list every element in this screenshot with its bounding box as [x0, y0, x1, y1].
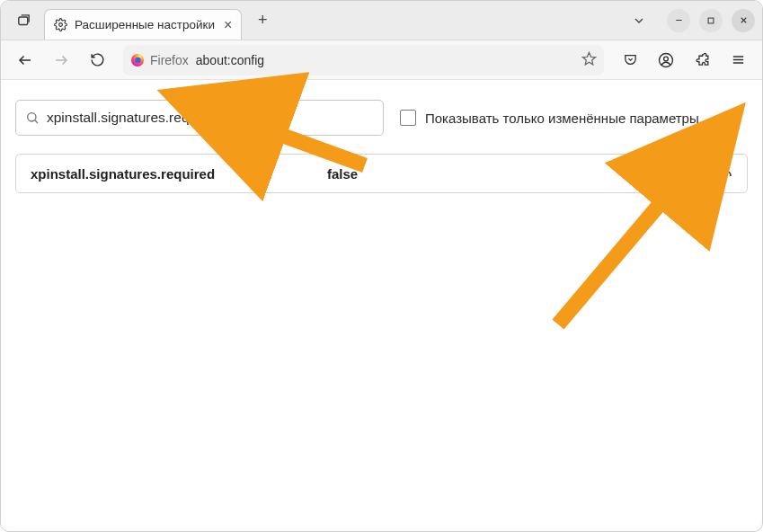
recent-windows-button[interactable]	[10, 7, 37, 34]
search-icon	[25, 111, 40, 125]
checkbox-icon	[400, 110, 416, 126]
svg-point-16	[28, 113, 36, 121]
bookmark-star-button[interactable]	[581, 51, 597, 69]
app-menu-button[interactable]	[723, 46, 753, 75]
svg-point-12	[664, 57, 669, 61]
tab-active[interactable]: Расширенные настройки ×	[44, 9, 242, 40]
svg-line-17	[35, 120, 38, 123]
undo-icon	[717, 165, 733, 182]
pref-actions	[675, 159, 740, 188]
puzzle-icon	[695, 52, 710, 67]
svg-point-11	[660, 53, 673, 66]
close-window-button[interactable]	[732, 9, 755, 32]
swap-arrows-icon	[681, 165, 697, 182]
nav-toolbar: Firefox about:config	[1, 40, 762, 80]
hamburger-icon	[731, 52, 746, 67]
maximize-icon	[706, 16, 715, 25]
tabs-dropdown-button[interactable]	[625, 7, 652, 34]
gear-icon	[54, 18, 67, 31]
star-icon	[581, 51, 597, 66]
config-search-value: xpinstall.signatures.required	[47, 110, 220, 126]
pocket-button[interactable]	[615, 46, 645, 75]
pref-row: xpinstall.signatures.required false	[15, 154, 748, 193]
pocket-icon	[623, 52, 638, 67]
svg-rect-3	[708, 18, 714, 23]
back-button[interactable]	[10, 46, 40, 75]
svg-rect-0	[18, 17, 27, 24]
pref-value: false	[327, 166, 666, 182]
forward-button[interactable]	[46, 46, 76, 75]
identity-box[interactable]: Firefox	[130, 53, 189, 67]
address-text: about:config	[196, 53, 574, 67]
pref-name: xpinstall.signatures.required	[31, 166, 318, 182]
account-icon	[658, 52, 674, 68]
reload-button[interactable]	[82, 46, 112, 75]
firefox-icon	[130, 53, 145, 67]
minimize-button[interactable]	[667, 9, 690, 32]
browser-window: Расширенные настройки × +	[0, 0, 763, 532]
account-button[interactable]	[651, 46, 681, 75]
arrow-left-icon	[17, 52, 33, 68]
chevron-down-icon	[632, 13, 646, 28]
identity-label: Firefox	[150, 53, 189, 67]
url-bar[interactable]: Firefox about:config	[123, 45, 604, 75]
show-modified-only[interactable]: Показывать только изменённые параметры	[400, 110, 699, 126]
extensions-button[interactable]	[687, 46, 717, 75]
reload-icon	[90, 52, 105, 67]
title-bar: Расширенные настройки × +	[1, 1, 762, 40]
pref-reset-button[interactable]	[711, 159, 740, 188]
svg-marker-10	[582, 52, 595, 64]
new-tab-button[interactable]: +	[249, 7, 276, 34]
minimize-icon	[674, 15, 684, 25]
tab-close-button[interactable]: ×	[222, 16, 234, 34]
tab-title: Расширенные настройки	[75, 18, 215, 31]
search-row: xpinstall.signatures.required Показывать…	[15, 100, 748, 136]
svg-point-1	[59, 23, 63, 27]
window-stack-icon	[16, 13, 31, 28]
close-icon	[739, 15, 749, 25]
pref-toggle-button[interactable]	[675, 159, 704, 188]
config-search-input[interactable]: xpinstall.signatures.required	[15, 100, 384, 136]
svg-point-9	[135, 57, 141, 63]
about-config-content: xpinstall.signatures.required Показывать…	[1, 80, 762, 531]
maximize-button[interactable]	[699, 9, 723, 32]
arrow-right-icon	[53, 52, 69, 68]
window-controls	[667, 9, 755, 32]
plus-icon: +	[258, 11, 268, 30]
show-modified-only-label: Показывать только изменённые параметры	[425, 111, 699, 126]
